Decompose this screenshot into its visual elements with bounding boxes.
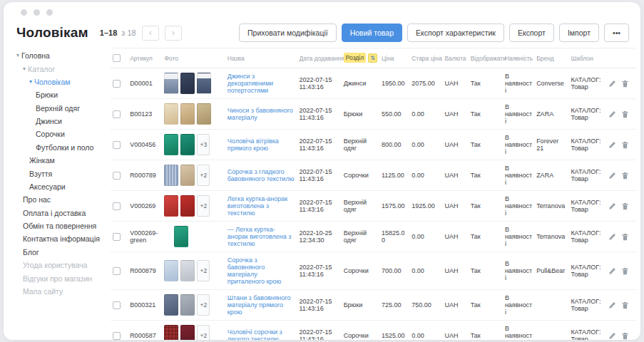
sidebar-item-5[interactable]: Джинси: [9, 115, 111, 128]
product-thumbnail[interactable]: [197, 103, 211, 125]
product-thumbnail[interactable]: [197, 73, 211, 94]
sidebar-item-7[interactable]: Футболки и поло: [9, 141, 111, 154]
prev-page-button[interactable]: ‹: [142, 26, 159, 41]
export-button[interactable]: Експорт: [509, 24, 554, 42]
product-thumbnail[interactable]: [164, 73, 178, 94]
product-name-link[interactable]: — Легка куртка-анорак виготовлена з текс…: [228, 226, 292, 247]
row-checkbox[interactable]: [113, 332, 121, 340]
more-photos-badge[interactable]: +3: [197, 134, 210, 155]
more-photos-badge[interactable]: +2: [197, 195, 210, 217]
column-header-template[interactable]: Шаблон: [568, 48, 605, 68]
column-header-currency[interactable]: Валюта: [442, 48, 468, 68]
column-header-article[interactable]: Артикул: [128, 48, 162, 68]
delete-icon[interactable]: [621, 172, 629, 180]
delete-icon[interactable]: [621, 301, 629, 309]
sidebar-item-0[interactable]: ▾Головна: [9, 49, 111, 62]
more-photos-badge[interactable]: +2: [197, 325, 210, 340]
row-checkbox[interactable]: [113, 233, 121, 241]
product-thumbnail[interactable]: [180, 165, 195, 186]
delete-icon[interactable]: [621, 332, 629, 340]
sort-icon[interactable]: ⇅: [368, 53, 377, 63]
edit-icon[interactable]: [608, 172, 616, 180]
product-thumbnail[interactable]: [180, 103, 195, 125]
row-checkbox[interactable]: [113, 301, 121, 309]
row-checkbox[interactable]: [113, 110, 121, 118]
sidebar-item-4[interactable]: Верхній одяг: [9, 102, 111, 115]
product-thumbnail[interactable]: [164, 134, 178, 155]
edit-icon[interactable]: [608, 80, 616, 88]
product-thumbnail[interactable]: [180, 294, 195, 316]
sidebar-item-13[interactable]: Обмін та повернення: [9, 219, 111, 232]
product-thumbnail[interactable]: [180, 260, 195, 281]
sidebar-item-17[interactable]: Відгуки про магазин: [9, 271, 111, 284]
delete-icon[interactable]: [621, 80, 629, 88]
product-thumbnail[interactable]: [180, 325, 195, 340]
product-name-link[interactable]: Штани з бавовняного матеріалу прямого кр…: [228, 294, 291, 316]
delete-icon[interactable]: [621, 267, 629, 275]
column-header-name[interactable]: Назва: [225, 48, 297, 68]
product-thumbnail[interactable]: [180, 195, 195, 217]
edit-icon[interactable]: [608, 202, 616, 210]
edit-icon[interactable]: [608, 233, 616, 241]
more-photos-badge[interactable]: +2: [197, 260, 210, 281]
hide-modifications-button[interactable]: Приховати модифікації: [239, 24, 337, 42]
column-header-date[interactable]: Дата додавання: [297, 48, 341, 68]
sidebar-item-2[interactable]: ▾Чоловікам: [9, 76, 111, 88]
sidebar-item-15[interactable]: Блог: [9, 246, 111, 259]
column-header-section[interactable]: Розділ⇅: [342, 48, 379, 68]
product-thumbnail[interactable]: [164, 103, 178, 125]
row-checkbox[interactable]: [113, 80, 121, 88]
edit-icon[interactable]: [608, 110, 616, 118]
product-thumbnail[interactable]: [164, 165, 178, 186]
product-thumbnail[interactable]: [180, 134, 195, 155]
export-characteristics-button[interactable]: Експорт характеристик: [407, 24, 504, 42]
sidebar-item-8[interactable]: Жінкам: [9, 154, 111, 167]
product-thumbnail[interactable]: [164, 325, 178, 340]
row-checkbox[interactable]: [113, 172, 121, 180]
sidebar-item-1[interactable]: ▾Каталог: [9, 62, 111, 75]
column-header-stock[interactable]: Наявність: [503, 48, 534, 68]
product-name-link[interactable]: Сорочка з гладкого бавовняного текстилю: [228, 168, 295, 182]
product-name-link[interactable]: Чоловічі сорочки з легкого текстилю: [228, 328, 282, 340]
column-header-brand[interactable]: Бренд: [534, 48, 568, 68]
edit-icon[interactable]: [608, 332, 616, 340]
row-checkbox[interactable]: [113, 141, 121, 149]
product-thumbnail[interactable]: [164, 195, 178, 217]
select-all-checkbox[interactable]: [113, 54, 121, 62]
edit-icon[interactable]: [608, 141, 616, 149]
product-name-link[interactable]: Легка куртка-анорак виготовлена з тексти…: [228, 195, 287, 217]
column-header-display[interactable]: Відображати: [469, 48, 503, 68]
delete-icon[interactable]: [621, 233, 629, 241]
more-photos-badge[interactable]: +2: [197, 165, 210, 186]
column-header-old_price[interactable]: Стара ціна: [409, 48, 442, 68]
product-thumbnail[interactable]: [180, 73, 195, 94]
more-photos-badge[interactable]: +2: [197, 294, 210, 316]
sidebar-item-3[interactable]: Брюки: [9, 88, 111, 101]
more-button[interactable]: •••: [604, 24, 629, 42]
product-thumbnail[interactable]: [174, 226, 188, 247]
new-product-button[interactable]: Новий товар: [342, 24, 402, 42]
sidebar-item-11[interactable]: Про нас: [9, 193, 111, 206]
delete-icon[interactable]: [621, 110, 629, 118]
row-checkbox[interactable]: [113, 202, 121, 210]
column-header-price[interactable]: Ціна: [379, 48, 409, 68]
product-thumbnail[interactable]: [164, 294, 178, 316]
sidebar-item-14[interactable]: Контактна інформація: [9, 232, 111, 245]
sidebar-item-18[interactable]: Мапа сайту: [9, 285, 111, 298]
import-button[interactable]: Імпорт: [559, 24, 599, 42]
edit-icon[interactable]: [608, 267, 616, 275]
delete-icon[interactable]: [621, 202, 629, 210]
sidebar-item-6[interactable]: Сорочки: [9, 128, 111, 140]
column-header-photo[interactable]: Фото: [162, 48, 225, 68]
edit-icon[interactable]: [608, 301, 616, 309]
next-page-button[interactable]: ›: [165, 26, 182, 41]
row-checkbox[interactable]: [113, 267, 121, 275]
product-name-link[interactable]: Сорочка з бавовняного матеріалу притален…: [228, 256, 281, 285]
sidebar-item-10[interactable]: Аксесуари: [9, 180, 111, 193]
sidebar-item-12[interactable]: Оплата і доставка: [9, 207, 111, 219]
sidebar-item-16[interactable]: Угода користувача: [9, 259, 111, 271]
product-thumbnail[interactable]: [164, 260, 178, 281]
product-name-link[interactable]: Джинси з декоративними потертостями: [228, 73, 273, 94]
delete-icon[interactable]: [621, 141, 629, 149]
sidebar-item-9[interactable]: Взуття: [9, 167, 111, 180]
